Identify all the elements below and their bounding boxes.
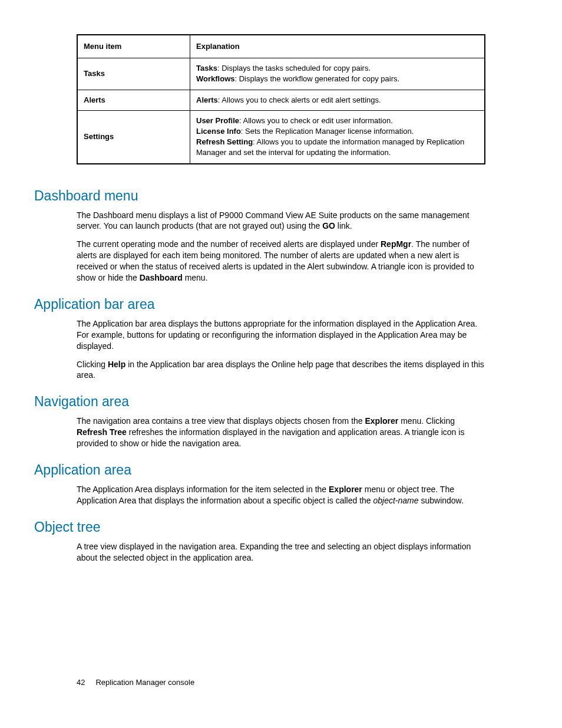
menu-table: Menu item Explanation Tasks Tasks: Displ…	[77, 34, 485, 164]
table-row: Settings User Profile: Allows you to che…	[77, 110, 485, 163]
menu-cell: Settings	[77, 110, 190, 163]
expl-cell: User Profile: Allows you to check or edi…	[190, 110, 485, 163]
table-row: Alerts Alerts: Allows you to check alert…	[77, 90, 485, 110]
menu-cell: Tasks	[77, 58, 190, 90]
expl-line: Workflows: Displays the workflow generat…	[196, 74, 478, 84]
expl-line: Refresh Setting: Allows you to update th…	[196, 137, 478, 158]
expl-line: Alerts: Allows you to check alerts or ed…	[196, 95, 478, 106]
paragraph: Clicking Help in the Application bar are…	[77, 359, 485, 381]
heading-dashboard-menu: Dashboard menu	[34, 188, 485, 204]
page-number: 42	[77, 678, 85, 687]
menu-cell: Alerts	[77, 90, 190, 110]
heading-application-bar-area: Application bar area	[34, 297, 485, 312]
heading-navigation-area: Navigation area	[34, 394, 485, 410]
heading-object-tree: Object tree	[34, 519, 485, 535]
paragraph: A tree view displayed in the navigation …	[77, 541, 485, 564]
page-footer: 42Replication Manager console	[77, 678, 194, 687]
document-page: Menu item Explanation Tasks Tasks: Displ…	[0, 0, 562, 728]
heading-application-area: Application area	[34, 462, 485, 478]
paragraph: The Dashboard menu displays a list of P9…	[77, 210, 485, 232]
table-row: Tasks Tasks: Displays the tasks schedule…	[77, 58, 485, 90]
col-menu: Menu item	[77, 35, 190, 58]
paragraph: The current operating mode and the numbe…	[77, 239, 485, 284]
col-explanation: Explanation	[190, 35, 485, 58]
expl-cell: Tasks: Displays the tasks scheduled for …	[190, 58, 485, 90]
expl-cell: Alerts: Allows you to check alerts or ed…	[190, 90, 485, 110]
paragraph: The Application bar area displays the bu…	[77, 318, 485, 352]
expl-line: License Info: Sets the Replication Manag…	[196, 126, 478, 137]
paragraph: The navigation area contains a tree view…	[77, 416, 485, 449]
expl-line: Tasks: Displays the tasks scheduled for …	[196, 63, 478, 74]
expl-line: User Profile: Allows you to check or edi…	[196, 116, 478, 126]
paragraph: The Application Area displays informatio…	[77, 484, 485, 506]
table-header-row: Menu item Explanation	[77, 35, 485, 58]
footer-title: Replication Manager console	[95, 678, 194, 687]
